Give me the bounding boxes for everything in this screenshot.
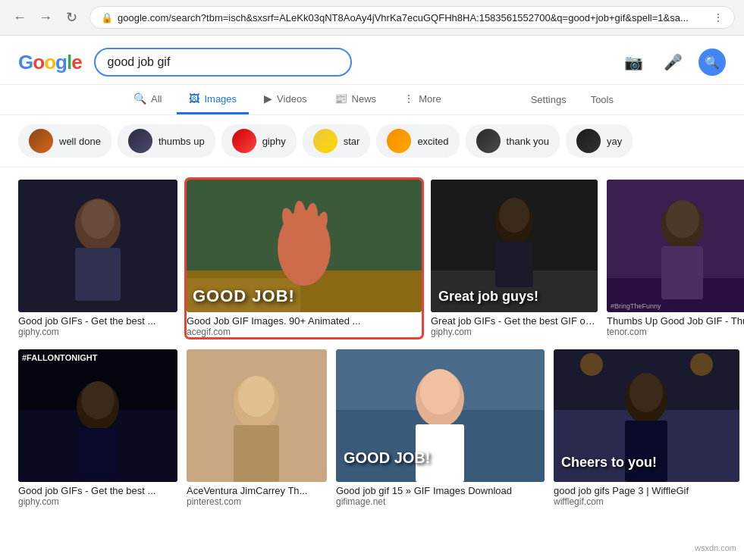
tab-images-label: Images [204,93,237,105]
svg-rect-21 [661,246,703,299]
voice-search-button[interactable]: 🎤 [659,48,686,76]
more-icon: ⋮ [403,92,414,105]
image-4-caption: Thumbs Up Good Job GIF - Thun [607,315,744,327]
chip-excited-label: excited [417,136,448,147]
image-6-caption: AceVentura JimCarrey Th... [187,485,327,496]
address-bar[interactable]: 🔒 google.com/search?tbm=isch&sxsrf=ALeKk… [89,6,735,29]
image-5-caption: Good job GIFs - Get the best ... [18,485,177,496]
images-icon: 🖼 [189,92,199,105]
tab-videos[interactable]: ▶ Videos [252,85,319,114]
image-card-3[interactable]: Great job guys! Great job GIFs - Get the… [431,180,598,337]
chip-thumbs-up-thumb [128,129,152,153]
image-card-8[interactable]: Cheers to you! good job gifs Page 3 | Wi… [554,349,739,507]
tab-news-label: News [352,93,377,105]
google-logo: Google [18,51,82,74]
svg-rect-16 [495,242,533,287]
chip-star[interactable]: star [303,124,371,158]
refresh-button[interactable]: ↻ [61,7,82,28]
image-3-source: giphy.com [431,327,598,337]
image-card-7[interactable]: GOOD JOB! Good job gif 15 » GIF Images D… [336,349,545,507]
chip-well-done-label: well done [59,136,101,147]
image-1-caption: Good job GIFs - Get the best ... [18,315,177,327]
watermark: wsxdn.com [695,543,736,552]
image-6 [187,349,327,482]
chip-thank-you[interactable]: thank you [466,124,560,158]
image-8: Cheers to you! [554,349,739,482]
image-1-source: giphy.com [18,327,177,337]
search-box[interactable] [94,48,352,77]
forward-button[interactable]: → [35,7,56,28]
image-row-1: Good job GIFs - Get the best ... giphy.c… [18,180,726,337]
chip-giphy[interactable]: giphy [221,124,297,158]
cheers-overlay: Cheers to you! [561,455,732,471]
chip-yay[interactable]: yay [566,124,633,158]
chip-star-thumb [313,129,337,153]
back-button[interactable]: ← [9,7,30,28]
extension-icon: ⋮ [713,11,724,23]
tab-all[interactable]: 🔍 All [121,85,174,114]
search-input[interactable] [108,55,338,69]
svg-point-45 [629,373,663,412]
svg-text:#FALLONTONIGHT: #FALLONTONIGHT [22,353,98,362]
great-job-overlay: Great job guys! [438,289,590,305]
chip-thumbs-up[interactable]: thumbs up [118,124,215,158]
svg-point-38 [420,369,460,415]
image-2-caption: Good Job GIF Images. 90+ Animated ... [187,315,422,327]
nav-buttons: ← → ↻ [9,7,82,28]
image-3-caption: Great job GIFs - Get the best GIF on... [431,315,598,327]
image-5: #FALLONTONIGHT [18,349,177,482]
videos-icon: ▶ [264,92,272,105]
image-5-source: giphy.com [18,496,177,507]
image-2-source: acegif.com [187,327,422,337]
svg-rect-28 [77,428,118,477]
chip-excited[interactable]: excited [376,124,459,158]
tab-images[interactable]: 🖼 Images [177,85,249,114]
svg-point-42 [690,353,713,376]
tab-videos-label: Videos [277,93,307,105]
image-6-source: pinterest.com [187,496,327,507]
svg-point-17 [499,198,529,233]
image-4-source: tenor.com [607,327,744,337]
chip-thumbs-up-label: thumbs up [159,136,205,147]
chip-giphy-label: giphy [262,136,286,147]
tab-all-label: All [151,93,162,105]
address-text: google.com/search?tbm=isch&sxsrf=ALeKk03… [118,12,708,23]
camera-search-button[interactable]: 📷 [620,48,647,76]
tab-more-label: More [419,93,441,105]
image-card-5[interactable]: #FALLONTONIGHT Good job GIFs - Get the b… [18,349,177,507]
svg-point-33 [238,376,275,417]
browser-chrome: ← → ↻ 🔒 google.com/search?tbm=isch&sxsrf… [0,0,744,36]
chip-thank-you-thumb [476,129,501,153]
good-job2-overlay: GOOD JOB! [344,449,537,467]
tools-button[interactable]: Tools [582,88,623,111]
settings-button[interactable]: Settings [522,88,576,111]
chip-star-label: star [344,136,360,147]
image-7-caption: Good job gif 15 » GIF Images Download [336,485,545,496]
image-2: GOOD JOB! [187,180,422,312]
chip-yay-thumb [576,129,601,153]
image-1 [18,180,177,312]
image-card-4[interactable]: #BringTheFunny Thumbs Up Good Job GIF - … [607,180,744,337]
header-icons: 📷 🎤 🔍 [620,48,726,76]
lock-icon: 🔒 [101,12,113,23]
chip-excited-thumb [387,129,411,153]
image-8-caption: good job gifs Page 3 | WiffleGif [554,485,739,496]
svg-point-29 [81,381,115,419]
news-icon: 📰 [334,92,347,105]
tab-more[interactable]: ⋮ More [391,85,454,114]
chip-thank-you-label: thank you [507,136,549,147]
svg-point-41 [580,353,603,376]
image-card-1[interactable]: Good job GIFs - Get the best ... giphy.c… [18,180,177,337]
filter-chips: well done thumbs up giphy star excited t… [0,115,744,167]
nav-right: Settings Tools [522,88,623,111]
image-card-2[interactable]: GOOD JOB! Good Job GIF Images. 90+ Anima… [187,180,422,337]
chip-well-done[interactable]: well done [18,124,111,158]
tab-news[interactable]: 📰 News [322,85,389,114]
chip-yay-label: yay [607,136,622,147]
image-row-2: #FALLONTONIGHT Good job GIFs - Get the b… [18,349,726,507]
all-icon: 🔍 [133,92,146,105]
image-card-6[interactable]: AceVentura JimCarrey Th... pinterest.com [187,349,327,507]
google-header: Google 📷 🎤 🔍 [0,36,744,85]
image-4: #BringTheFunny [607,180,744,312]
search-button[interactable]: 🔍 [698,48,726,76]
